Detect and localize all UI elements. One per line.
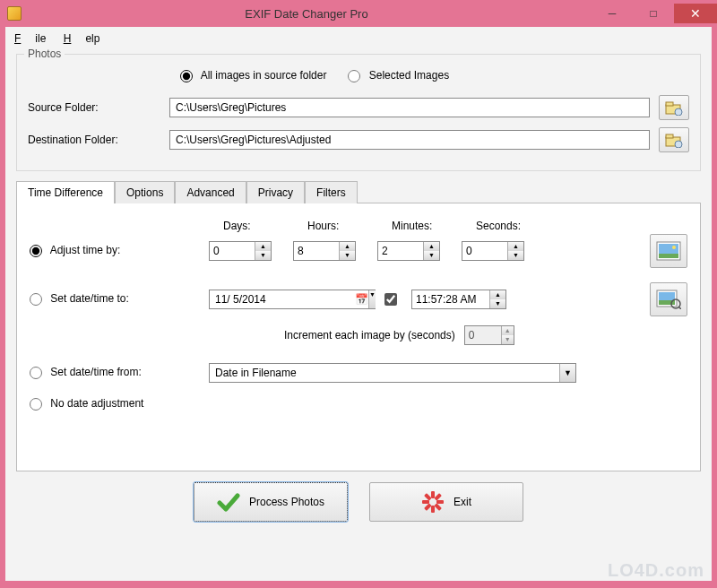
svg-rect-18 [436, 500, 444, 504]
exit-button[interactable]: Exit [369, 482, 523, 522]
source-folder-label: Source Folder: [28, 101, 169, 114]
minutes-spinner[interactable]: ▲▼ [377, 241, 440, 261]
minutes-label: Minutes: [392, 220, 454, 232]
svg-rect-7 [659, 244, 678, 254]
radio-set-date-time-from-label: Set date/time from: [50, 366, 141, 378]
exit-icon [421, 490, 445, 514]
date-picker[interactable]: 📅 ▼ [209, 290, 376, 309]
tabs-container: Time Difference Options Advanced Privacy… [16, 180, 701, 471]
hours-spinner[interactable]: ▲▼ [293, 241, 356, 261]
folder-icon [665, 132, 683, 148]
spinner-down-icon[interactable]: ▼ [340, 251, 355, 260]
radio-set-date-time-to-input[interactable] [30, 293, 42, 306]
radio-all-images-input[interactable] [180, 70, 193, 82]
spinner-up-icon[interactable]: ▲ [508, 242, 523, 251]
radio-all-images[interactable]: All images in source folder [180, 69, 326, 82]
bottom-buttons: Process Photos [5, 482, 712, 522]
svg-rect-16 [431, 506, 435, 513]
radio-all-images-label: All images in source folder [201, 69, 327, 82]
spinner-up-icon[interactable]: ▲ [340, 242, 355, 251]
days-spinner[interactable]: ▲▼ [209, 241, 272, 261]
radio-selected-images[interactable]: Selected Images [348, 69, 449, 82]
svg-rect-20 [424, 503, 431, 510]
time-enabled-checkbox[interactable] [384, 293, 397, 306]
tab-advanced[interactable]: Advanced [175, 181, 246, 203]
dest-folder-label: Destination Folder: [28, 134, 169, 146]
radio-adjust-time-input[interactable] [30, 245, 42, 257]
picture-icon [656, 241, 681, 261]
source-browse-button[interactable] [659, 95, 689, 120]
menu-file[interactable]: File [14, 32, 46, 45]
spinner-down-icon[interactable]: ▼ [255, 251, 271, 260]
spinner-down-icon[interactable]: ▼ [369, 290, 376, 308]
dest-folder-input[interactable] [169, 130, 650, 150]
svg-rect-22 [434, 503, 441, 510]
source-folder-input[interactable] [169, 98, 650, 117]
tab-options[interactable]: Options [115, 181, 175, 203]
days-value[interactable] [210, 242, 255, 260]
close-button[interactable]: ✕ [674, 4, 717, 23]
tabpanel-time-difference: Days: Hours: Minutes: Seconds: Adjust ti… [16, 203, 701, 471]
process-photos-label: Process Photos [249, 496, 324, 508]
calendar-icon[interactable]: 📅 [355, 293, 368, 306]
chevron-down-icon[interactable]: ▼ [559, 364, 575, 382]
preview-image-button-1[interactable] [650, 234, 687, 268]
minutes-value[interactable] [378, 242, 423, 260]
tabstrip: Time Difference Options Advanced Privacy… [16, 180, 701, 203]
minimize-button[interactable]: ─ [592, 4, 633, 23]
svg-rect-4 [666, 134, 673, 138]
tab-time-difference[interactable]: Time Difference [16, 181, 115, 203]
radio-no-date-adjustment[interactable]: No date adjustment [30, 397, 143, 411]
radio-adjust-time-label: Adjust time by: [50, 244, 121, 256]
photos-groupbox: Photos All images in source folder Selec… [16, 54, 701, 171]
time-spinner[interactable]: ▲▼ [411, 290, 506, 309]
radio-selected-images-input[interactable] [348, 70, 360, 82]
tab-privacy[interactable]: Privacy [246, 181, 305, 203]
svg-rect-8 [659, 254, 678, 258]
svg-rect-21 [424, 493, 431, 500]
menu-help[interactable]: Help [64, 32, 100, 45]
increment-label: Increment each image by (seconds) [284, 329, 455, 342]
radio-no-date-adjustment-input[interactable] [30, 398, 42, 411]
spinner-down-icon[interactable]: ▼ [508, 251, 523, 260]
radio-adjust-time[interactable]: Adjust time by: [30, 244, 120, 257]
preview-image-button-2[interactable] [650, 282, 687, 316]
titlebar[interactable]: EXIF Date Changer Pro ─ □ ✕ [0, 0, 717, 27]
spinner-down-icon[interactable]: ▼ [424, 251, 439, 260]
svg-rect-19 [434, 493, 441, 500]
date-value[interactable] [210, 291, 355, 307]
seconds-label: Seconds: [476, 220, 539, 232]
seconds-spinner[interactable]: ▲▼ [462, 241, 524, 261]
radio-set-date-time-to[interactable]: Set date/time to: [30, 292, 129, 306]
increment-value [465, 326, 501, 344]
set-from-combo[interactable]: Date in Filename ▼ [209, 363, 576, 383]
svg-rect-15 [431, 491, 435, 498]
increment-spinner[interactable]: ▲▼ [464, 325, 514, 345]
window-title: EXIF Date Changer Pro [22, 7, 592, 21]
svg-rect-17 [422, 500, 429, 504]
picture-magnify-icon [656, 290, 681, 309]
time-value[interactable] [412, 290, 489, 308]
spinner-up-icon[interactable]: ▲ [490, 290, 505, 299]
window-frame: EXIF Date Changer Pro ─ □ ✕ File Help Ph… [0, 0, 717, 588]
radio-set-date-time-from-input[interactable] [30, 367, 42, 379]
spinner-up-icon[interactable]: ▲ [424, 242, 439, 251]
tab-filters[interactable]: Filters [305, 181, 358, 203]
hours-value[interactable] [294, 242, 339, 260]
hours-label: Hours: [307, 220, 370, 232]
spinner-down-icon[interactable]: ▼ [502, 335, 514, 344]
process-photos-button[interactable]: Process Photos [194, 482, 348, 522]
spinner-up-icon[interactable]: ▲ [502, 326, 514, 335]
radio-set-date-time-from[interactable]: Set date/time from: [30, 366, 142, 379]
menubar: File Help [5, 27, 712, 50]
spinner-down-icon[interactable]: ▼ [490, 299, 505, 308]
exit-label: Exit [454, 496, 471, 508]
photos-legend: Photos [24, 48, 65, 60]
seconds-value[interactable] [462, 242, 507, 260]
app-icon [7, 6, 22, 21]
spinner-up-icon[interactable]: ▲ [255, 242, 271, 251]
check-icon [217, 490, 240, 514]
dest-browse-button[interactable] [659, 127, 689, 152]
maximize-button[interactable]: □ [633, 4, 674, 23]
svg-rect-11 [659, 292, 675, 300]
